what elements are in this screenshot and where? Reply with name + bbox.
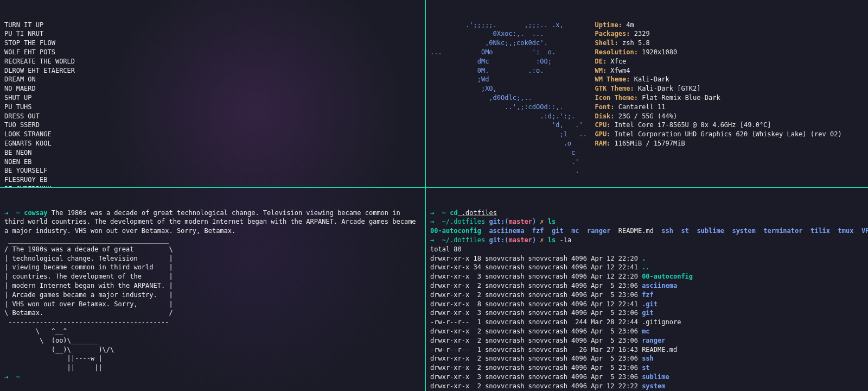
ls-row: drwxr-xr-x 2 snovvcrash snovvcrash 4096 … <box>430 382 864 391</box>
output-line: NOEN EB <box>4 157 420 167</box>
output-line: EGNARTS KOOL <box>4 139 420 148</box>
info-label: GPU: <box>595 130 610 138</box>
prompt[interactable]: → ~ <box>430 185 864 187</box>
info-value: 1165MiB / 15797MiB <box>615 140 685 147</box>
cow-line: | Arcade games became a major industry. … <box>4 291 420 300</box>
info-label: RAM: <box>595 140 610 147</box>
ls-entry: terminator <box>763 227 802 235</box>
info-label: Icon Theme: <box>595 94 637 102</box>
fetch-line: ,0Nkc;,;cok0dc'. Shell: zsh 5.8 <box>430 39 864 48</box>
cowsay-output: → ~ cowsay The 1980s was a decade of gre… <box>4 209 420 382</box>
ls-row: drwxr-xr-x 2 snovvcrash snovvcrash 4096 … <box>430 327 864 336</box>
ls-entry: git <box>552 227 564 235</box>
fetch-line: .' <box>430 157 864 167</box>
info-value: 2329 <box>634 30 650 37</box>
cow-line: \ Betamax. / <box>4 308 420 318</box>
terminal-pane-top-right[interactable]: .';;;;;. ,;;;.. .x, Uptime: 4m 0Xxoc:,. … <box>426 0 868 187</box>
prompt[interactable]: → ~ <box>4 373 420 382</box>
command-line: → ~ cd .dotfiles <box>430 209 864 218</box>
info-value: Intel Corporation UHD Graphics 620 (Whis… <box>615 130 842 138</box>
cow-line: | VHS won out over Betamax. Sorry, | <box>4 300 420 309</box>
info-value: Cantarell 11 <box>618 103 666 111</box>
output-line: DREAM ON <box>4 75 420 84</box>
output-line: RECREATE THE WORLD <box>4 57 420 66</box>
fetch-line: ... OMo ': o. Resolution: 1920x1080 <box>430 48 864 57</box>
fetch-line: .o RAM: 1165MiB / 15797MiB <box>430 139 864 148</box>
info-value: Kali-Dark [GTK2] <box>638 85 701 92</box>
cow-line: ||----w | <box>4 354 420 363</box>
cow-line: || || <box>4 363 420 373</box>
fetch-line: dMc :OO; DE: Xfce <box>430 57 864 66</box>
fetch-line: c <box>430 148 864 157</box>
info-label: Font: <box>595 103 614 111</box>
cow-line: \ (oo)\_______ <box>4 336 420 345</box>
output-line: BE NEON <box>4 148 420 157</box>
ls-row: drwxr-xr-x 3 snovvcrash snovvcrash 4096 … <box>430 272 864 281</box>
info-value: Flat-Remix-Blue-Dark <box>642 94 720 102</box>
output-line: SHUT UP <box>4 93 420 103</box>
info-value: Kali-Dark <box>634 75 669 83</box>
output-line: NO MAERD <box>4 84 420 93</box>
info-label: Uptime: <box>595 21 622 29</box>
ls-entry: mc <box>571 227 579 235</box>
info-label: Disk: <box>595 112 614 120</box>
ls-row: drwxr-xr-x 3 snovvcrash snovvcrash 4096 … <box>430 373 864 382</box>
info-value: Xfwm4 <box>610 67 630 74</box>
ls-row: drwxr-xr-x 2 snovvcrash snovvcrash 4096 … <box>430 281 864 291</box>
ls-output: → ~ cd .dotfiles→ ~/.dotfiles git:(maste… <box>430 209 864 391</box>
screenfetch-output: .';;;;;. ,;;;.. .x, Uptime: 4m 0Xxoc:,. … <box>430 21 864 187</box>
ls-entry: st <box>681 227 688 235</box>
ls-entry: system <box>732 227 755 235</box>
output-line: TUO SSERD <box>4 121 420 130</box>
fetch-line: ,d0Odlc;,.. Icon Theme: Flat-Remix-Blue-… <box>430 93 864 103</box>
terminal-pane-top-left[interactable]: TURN IT UPPU TI NRUTSTOP THE FLOWWOLF EH… <box>0 0 425 187</box>
ls-entry: 00-autoconfig <box>430 227 481 235</box>
ls-row: -rw-r--r-- 1 snovvcrash snovvcrash 244 M… <box>430 318 864 327</box>
cow-line: (__)\ )\/\ <box>4 345 420 355</box>
ls-row: drwxr-xr-x 18 snovvcrash snovvcrash 4096… <box>430 254 864 263</box>
cow-line: | countries. The development of the | <box>4 272 420 281</box>
info-value: 1920x1080 <box>642 48 677 56</box>
terminal-pane-bottom-right[interactable]: → ~ cd .dotfiles→ ~/.dotfiles git:(maste… <box>426 188 868 391</box>
cow-line: ----------------------------------------… <box>4 318 420 327</box>
fetch-line: ;l .. GPU: Intel Corporation UHD Graphic… <box>430 130 864 139</box>
ls-row: drwxr-xr-x 34 snovvcrash snovvcrash 4096… <box>430 263 864 272</box>
fetch-line: 'd, .' CPU: Intel Core i7-8565U @ 8x 4.6… <box>430 121 864 130</box>
terminal-pane-bottom-left[interactable]: → ~ cowsay The 1980s was a decade of gre… <box>0 188 425 391</box>
info-label: Resolution: <box>595 48 637 56</box>
info-value: Intel Core i7-8565U @ 8x 4.6GHz [49.0°C] <box>615 121 771 129</box>
ls-entry: fzf <box>532 227 544 235</box>
cow-line: ________________________________________… <box>4 236 420 245</box>
output-line: DLROW EHT ETAERCER <box>4 66 420 75</box>
fetch-line: .';;;;;. ,;;;.. .x, Uptime: 4m <box>430 21 864 30</box>
output-line: FLESRUOY EB <box>4 175 420 185</box>
output-line: BE YOURSELF <box>4 166 420 175</box>
ls-entry: VPS <box>861 227 868 235</box>
output-line: BE CYBERPUNK <box>4 185 420 187</box>
ls-row: drwxr-xr-x 8 snovvcrash snovvcrash 4096 … <box>430 300 864 309</box>
fetch-line: 0M. .:o. WM: Xfwm4 <box>430 66 864 75</box>
output-line: LOOK STRANGE <box>4 130 420 139</box>
command-line: → ~ cowsay The 1980s was a decade of gre… <box>4 209 420 236</box>
ls-row: drwxr-xr-x 2 snovvcrash snovvcrash 4096 … <box>430 363 864 373</box>
command-line: → ~/.dotfiles git:(master) ✗ ls <box>430 217 864 226</box>
output-line: WOLF EHT POTS <box>4 48 420 57</box>
fetch-line: .:d;.':;. Disk: 23G / 55G (44%) <box>430 112 864 121</box>
ls-entry: ranger <box>587 227 610 235</box>
ls-entry: asciinema <box>489 227 524 235</box>
fetch-line: ;XO, GTK Theme: Kali-Dark [GTK2] <box>430 84 864 93</box>
info-label: CPU: <box>595 121 610 129</box>
fetch-line: 0Xxoc:,. ... Packages: 2329 <box>430 29 864 39</box>
fetch-line: . <box>430 166 864 175</box>
total-line: total 80 <box>430 245 864 254</box>
output-line: STOP THE FLOW <box>4 39 420 48</box>
cow-line: \ ^__^ <box>4 327 420 336</box>
ls-row: -rw-r--r-- 1 snovvcrash snovvcrash 26 Ma… <box>430 345 864 355</box>
ls-entry: sublime <box>697 227 724 235</box>
ls-row: drwxr-xr-x 3 snovvcrash snovvcrash 4096 … <box>430 308 864 318</box>
info-value: 4m <box>626 21 634 29</box>
cow-line: | modern Internet began with the ARPANET… <box>4 281 420 291</box>
ls-entry: ssh <box>661 227 673 235</box>
info-label: Packages: <box>595 30 630 37</box>
ls-entry: README.md <box>618 227 654 235</box>
